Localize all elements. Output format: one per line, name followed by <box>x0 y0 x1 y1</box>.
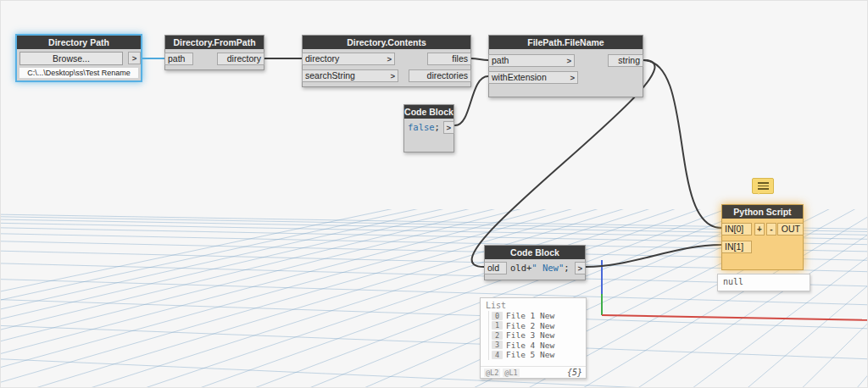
item-index: 3 <box>492 341 503 349</box>
port-input-directory[interactable]: directory > <box>302 53 395 65</box>
port-label: directories <box>427 70 468 81</box>
node-python-script[interactable]: Python Script IN[0] + - OUT IN[1] <box>721 204 804 270</box>
node-directory-frompath[interactable]: Directory.FromPath path directory <box>164 35 264 70</box>
port-output-codeblock-append[interactable]: > <box>575 262 586 274</box>
node-directory-path[interactable]: Directory Path Browse... > C:\...\Deskto… <box>15 34 142 82</box>
port-input-searchstring[interactable]: searchString > <box>302 69 398 82</box>
preview-list-title: List <box>481 298 586 311</box>
default-value-chevron-icon[interactable]: > <box>385 70 395 81</box>
level-badge[interactable]: @L2 <box>484 369 500 377</box>
port-chevron-icon: > <box>446 122 451 133</box>
item-index: 4 <box>492 351 503 359</box>
node-code-block-false[interactable]: Code Block false; > <box>403 104 454 152</box>
code-suffix: ; <box>564 263 569 273</box>
item-value: File 1 New <box>506 311 554 320</box>
wire-codeblock-to-python-in1[interactable] <box>586 245 721 267</box>
port-output-string[interactable]: string <box>608 54 643 67</box>
wire-files-to-path[interactable] <box>471 58 488 60</box>
port-label: withExtension <box>492 72 547 83</box>
default-value-chevron-icon[interactable]: > <box>561 55 571 66</box>
node-title[interactable]: Python Script <box>722 205 803 219</box>
port-label: old <box>487 263 499 274</box>
level-badge[interactable]: @L1 <box>503 369 519 377</box>
code-text[interactable]: old+" New"; <box>510 262 570 274</box>
port-chevron-icon: > <box>132 53 137 64</box>
list-count: {5} <box>567 368 582 377</box>
port-label: IN[1] <box>725 241 743 252</box>
python-output-preview[interactable]: null <box>717 274 810 291</box>
node-title[interactable]: Directory Path <box>17 36 141 49</box>
port-input-in0[interactable]: IN[0] <box>721 223 752 236</box>
port-input-in1[interactable]: IN[1] <box>721 241 752 253</box>
port-label: searchString <box>305 70 355 81</box>
wire-string-to-python-in0[interactable] <box>643 60 721 228</box>
list-output-preview[interactable]: List 0 File 1 New 1 File 2 New 2 File 3 … <box>480 297 587 379</box>
add-input-button[interactable]: + <box>754 223 765 236</box>
selected-path-value: C:\...\Desktop\ss\Test Rename <box>19 67 139 79</box>
port-label: directory <box>305 53 339 64</box>
node-filepath-filename[interactable]: FilePath.FileName path > withExtension >… <box>488 35 643 97</box>
port-label: path <box>168 53 185 64</box>
node-title[interactable]: Directory.FromPath <box>165 36 264 49</box>
node-title[interactable]: Code Block <box>404 105 453 119</box>
node-title[interactable]: Code Block <box>485 246 585 259</box>
port-input-path[interactable]: path <box>164 53 193 65</box>
comment-bubble-icon[interactable] <box>752 178 774 194</box>
item-index: 1 <box>492 321 503 330</box>
port-label: OUT <box>782 224 800 235</box>
item-index: 2 <box>492 331 503 340</box>
port-input-path[interactable]: path > <box>488 54 575 67</box>
default-value-chevron-icon[interactable]: > <box>381 53 392 64</box>
list-item: 4 File 5 New <box>492 350 586 360</box>
code-suffix: ; <box>435 122 440 132</box>
port-chevron-icon: > <box>577 263 582 274</box>
item-index: 0 <box>492 312 503 320</box>
item-value: File 5 New <box>506 350 554 359</box>
code-keyword: false <box>408 122 435 132</box>
default-value-chevron-icon[interactable]: > <box>565 72 575 83</box>
preview-list-items: 0 File 1 New 1 File 2 New 2 File 3 New 3… <box>488 311 586 360</box>
node-code-block-append[interactable]: Code Block old old+" New"; > <box>484 245 586 280</box>
port-output-directory-path[interactable]: > <box>128 52 141 64</box>
list-item: 2 File 3 New <box>492 330 586 341</box>
code-text[interactable]: false; <box>408 121 440 134</box>
node-directory-contents[interactable]: Directory.Contents directory > searchStr… <box>302 35 471 87</box>
port-label: path <box>492 55 509 66</box>
node-title[interactable]: FilePath.FileName <box>489 36 643 49</box>
port-label: directory <box>227 53 261 64</box>
port-input-old[interactable]: old <box>484 262 507 274</box>
port-output-out[interactable]: OUT <box>777 223 804 236</box>
list-item: 0 File 1 New <box>492 311 586 321</box>
list-item: 1 File 2 New <box>492 321 586 331</box>
item-value: File 3 New <box>506 330 554 340</box>
node-title[interactable]: Directory.Contents <box>303 36 470 49</box>
note-text-lines-icon <box>758 182 769 190</box>
preview-value: null <box>718 274 810 289</box>
browse-button[interactable]: Browse... <box>19 52 123 65</box>
port-input-withextension[interactable]: withExtension > <box>488 71 578 84</box>
list-item: 3 File 4 New <box>492 341 586 351</box>
port-label: files <box>452 53 468 64</box>
preview-footer: @L2 @L1 {5} <box>481 366 586 378</box>
item-value: File 4 New <box>506 341 554 350</box>
item-value: File 2 New <box>506 321 554 330</box>
port-label: string <box>618 55 640 66</box>
port-output-codeblock-false[interactable]: > <box>443 121 454 134</box>
port-output-files[interactable]: files <box>427 53 471 65</box>
dynamo-workspace[interactable]: Directory Path Browse... > C:\...\Deskto… <box>0 0 868 388</box>
port-output-directories[interactable]: directories <box>409 69 471 82</box>
remove-input-button[interactable]: - <box>766 223 776 236</box>
x-axis <box>602 315 868 320</box>
code-string: " New" <box>531 263 564 273</box>
port-output-directory[interactable]: directory <box>217 53 264 65</box>
code-expression: old+ <box>510 263 531 273</box>
port-label: IN[0] <box>725 224 743 235</box>
